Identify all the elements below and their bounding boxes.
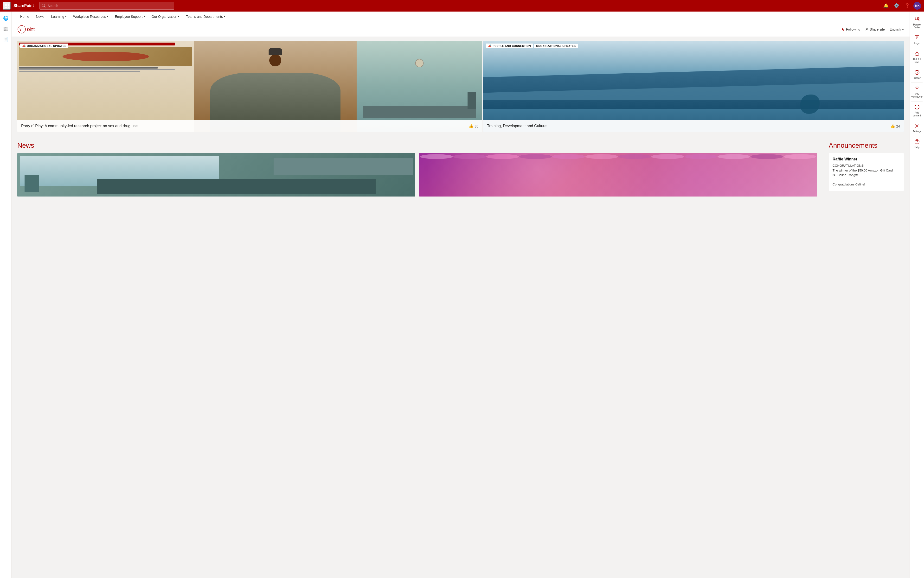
svg-point-11: [916, 17, 917, 19]
announcement-body: CONGRATULATIONS! The winner of the $50.0…: [833, 163, 900, 187]
news-grid: [17, 153, 817, 196]
site-header-actions: ★ Following ↗ Share site English ▾: [841, 27, 904, 32]
svg-rect-4: [6, 5, 7, 6]
add-content-label: Add content: [911, 111, 923, 117]
following-button[interactable]: ★ Following: [841, 27, 860, 32]
like-icon-left: 👍: [469, 124, 473, 128]
app-title: SharePoint: [13, 3, 34, 8]
sidebar-weather[interactable]: 5°C Vancouver: [910, 84, 924, 100]
svg-marker-17: [915, 52, 919, 56]
learning-chevron: ▾: [65, 15, 67, 18]
teams-and-departments-chevron: ▾: [224, 15, 225, 18]
news-card-1[interactable]: [17, 153, 415, 196]
nav-item-our-organization[interactable]: Our Organization ▾: [149, 11, 182, 22]
svg-point-32: [916, 125, 918, 127]
help-label: Help: [914, 146, 919, 149]
globe-icon[interactable]: 🌐: [1, 13, 11, 23]
sidebar-help[interactable]: Help: [910, 137, 924, 151]
svg-text:T: T: [19, 26, 23, 32]
hero-right-image: [483, 41, 904, 132]
news-section: News: [11, 136, 823, 200]
share-icon: ↗: [865, 27, 868, 31]
hero-right-tag-2: ORGANIZATIONAL UPDATES: [534, 44, 578, 48]
hero-left-likes: 👍 35: [469, 124, 478, 128]
nav-item-teams-and-departments[interactable]: Teams and Departments ▾: [183, 11, 228, 22]
document-icon[interactable]: 📄: [1, 35, 11, 44]
sidebar-people-finder[interactable]: People finder: [910, 15, 924, 31]
news-card-2-image: [419, 153, 817, 196]
site-logo[interactable]: T oint: [17, 25, 34, 34]
hero-left-tag: 📣 ORGANIZATIONAL UPDATES: [20, 44, 68, 48]
hero-person-panel: [194, 41, 356, 132]
weather-label: 5°C Vancouver: [911, 93, 922, 98]
sidebar-divider-3: [911, 67, 922, 67]
hero-right-caption: Training, Development and Culture 👍 24: [483, 120, 904, 132]
our-organization-chevron: ▾: [178, 15, 179, 18]
add-content-icon: [914, 104, 920, 111]
svg-rect-3: [5, 5, 6, 6]
bottom-content: News: [11, 136, 909, 200]
sidebar-helpful-links[interactable]: Helpful links: [910, 49, 924, 66]
help-button[interactable]: ❓: [903, 2, 911, 10]
waffle-menu-button[interactable]: [3, 2, 11, 10]
search-box[interactable]: [39, 2, 174, 10]
svg-point-19: [917, 74, 917, 74]
svg-rect-8: [8, 7, 9, 8]
hero-left-caption: Party n' Play: A community-led research …: [17, 120, 482, 132]
svg-rect-0: [5, 4, 6, 5]
hero-card-left[interactable]: 📣 ORGANIZATIONAL UPDATES Party n' Play: …: [17, 41, 482, 132]
logo-icon: T: [17, 25, 26, 34]
language-button[interactable]: English ▾: [890, 28, 904, 31]
like-icon-right: 👍: [890, 124, 895, 128]
sidebar-support[interactable]: Support: [910, 68, 924, 81]
news-feed-icon[interactable]: 📰: [1, 24, 11, 34]
nav-item-home[interactable]: Home: [17, 11, 32, 22]
share-site-button[interactable]: ↗ Share site: [865, 27, 885, 31]
nav-item-workplace-resources[interactable]: Workplace Resources ▾: [70, 11, 111, 22]
hero-right-tag-1: 📣 PEOPLE AND CONNECTION: [486, 44, 533, 48]
language-chevron: ▾: [902, 28, 904, 31]
svg-point-20: [916, 87, 918, 89]
announcement-title: Raffle Winner: [833, 157, 900, 161]
sidebar-settings[interactable]: Settings: [910, 121, 924, 135]
people-finder-icon: [914, 16, 920, 23]
announcements-section: Announcements Raffle Winner CONGRATULATI…: [823, 136, 909, 195]
weather-icon: [914, 86, 920, 92]
megaphone-icon-right: 📣: [488, 44, 492, 48]
helpful-links-label: Helpful links: [911, 58, 923, 64]
search-input[interactable]: [47, 4, 172, 8]
sub-navigation: Home News Learning ▾ Workplace Resources…: [11, 11, 909, 22]
help-sidebar-icon: [914, 139, 920, 146]
svg-rect-6: [5, 7, 6, 8]
content-area: Home News Learning ▾ Workplace Resources…: [11, 11, 909, 578]
svg-point-12: [918, 17, 919, 19]
svg-rect-5: [8, 5, 9, 6]
settings-sidebar-icon: [914, 123, 920, 130]
settings-label: Settings: [913, 130, 921, 133]
hero-card-right[interactable]: 📣 PEOPLE AND CONNECTION ORGANIZATIONAL U…: [483, 41, 904, 132]
nav-item-learning[interactable]: Learning ▾: [48, 11, 69, 22]
nav-item-news[interactable]: News: [33, 11, 47, 22]
hero-article-panel: [17, 41, 194, 132]
user-avatar[interactable]: MK: [913, 2, 921, 10]
logs-label: Logs: [914, 42, 920, 45]
notifications-button[interactable]: 🔔: [882, 2, 890, 10]
news-column: News: [11, 136, 823, 200]
settings-button[interactable]: ⚙️: [892, 2, 901, 10]
workplace-resources-chevron: ▾: [107, 15, 108, 18]
sidebar-divider-2: [911, 48, 922, 48]
support-icon: [914, 70, 920, 76]
sidebar-divider-5: [911, 101, 922, 102]
svg-rect-1: [6, 4, 7, 5]
hero-left-tags: 📣 ORGANIZATIONAL UPDATES: [20, 44, 68, 48]
sidebar-add-content[interactable]: Add content: [910, 102, 924, 119]
sidebar-logs[interactable]: Logs: [910, 33, 924, 47]
site-header: T oint ★ Following ↗ Share site English …: [11, 22, 909, 37]
hero-room-panel: [356, 41, 482, 132]
news-card-2[interactable]: [419, 153, 817, 196]
nav-item-employee-support[interactable]: Employee Support ▾: [112, 11, 148, 22]
news-section-title: News: [17, 142, 817, 149]
employee-support-chevron: ▾: [144, 15, 145, 18]
right-sidebar: People finder Logs Helpful links: [909, 11, 924, 578]
announcement-card-raffle[interactable]: Raffle Winner CONGRATULATIONS! The winne…: [829, 153, 904, 191]
